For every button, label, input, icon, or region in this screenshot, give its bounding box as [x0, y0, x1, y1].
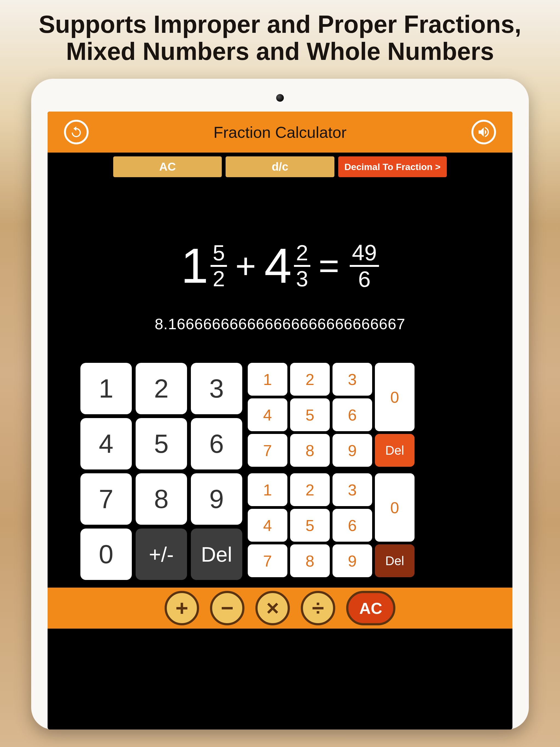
page-title: Fraction Calculator	[213, 123, 347, 141]
sound-icon[interactable]	[472, 120, 496, 145]
decimal-result: 8.166666666666666666666666667	[64, 315, 496, 333]
app-screen: Fraction Calculator AC d/c Decimal To Fr…	[48, 111, 512, 729]
den-key-9[interactable]: 9	[332, 544, 372, 577]
op-ac[interactable]: AC	[346, 591, 396, 625]
num-key-4[interactable]: 4	[248, 398, 287, 431]
num-key-8[interactable]: 8	[290, 434, 330, 467]
num-key-1[interactable]: 1	[248, 363, 287, 396]
den-key-2[interactable]: 2	[290, 473, 330, 506]
camera-dot	[276, 94, 284, 102]
num-key-5[interactable]: 5	[290, 398, 330, 431]
result-numerator: 49	[350, 241, 379, 267]
num-key-3[interactable]: 3	[332, 363, 372, 396]
num-key-9[interactable]: 9	[332, 434, 372, 467]
op-minus[interactable]: −	[210, 591, 245, 625]
key-del[interactable]: Del	[191, 529, 242, 580]
promo-headline: Supports Improper and Proper Fractions, …	[0, 0, 560, 73]
den-key-6[interactable]: 6	[332, 509, 372, 542]
tab-ac[interactable]: AC	[113, 156, 222, 177]
num-key-2[interactable]: 2	[290, 363, 330, 396]
keypad-area: 1 2 3 4 5 6 7 8 9 0 +/- Del 1 2 3 0 4	[48, 344, 512, 588]
num-key-7[interactable]: 7	[248, 434, 287, 467]
den-key-4[interactable]: 4	[248, 509, 287, 542]
key-1[interactable]: 1	[80, 363, 132, 414]
tab-decimal-to-fraction[interactable]: Decimal To Fraction >	[338, 156, 447, 177]
tab-dc[interactable]: d/c	[226, 156, 334, 177]
term2-fraction: 2 3	[294, 242, 311, 290]
term1-numerator: 5	[210, 242, 227, 267]
op-plus[interactable]: +	[164, 591, 199, 625]
key-0[interactable]: 0	[80, 529, 132, 580]
key-9[interactable]: 9	[191, 473, 242, 525]
term-2: 4 2 3	[264, 241, 310, 290]
operator-bar: + − × ÷ AC	[48, 588, 512, 628]
term2-whole: 4	[264, 241, 291, 290]
equation: 1 5 2 + 4 2 3 = 49 6	[64, 241, 496, 290]
undo-icon[interactable]	[64, 120, 88, 145]
den-key-7[interactable]: 7	[248, 544, 287, 577]
tab-row: AC d/c Decimal To Fraction >	[48, 153, 512, 181]
den-key-8[interactable]: 8	[290, 544, 330, 577]
display-area: 1 5 2 + 4 2 3 = 49 6	[48, 181, 512, 344]
main-keypad: 1 2 3 4 5 6 7 8 9 0 +/- Del	[80, 363, 242, 580]
term-1: 1 5 2	[181, 241, 227, 290]
term1-fraction: 5 2	[210, 242, 227, 290]
equals-sign: =	[319, 245, 339, 286]
key-7[interactable]: 7	[80, 473, 132, 525]
key-sign[interactable]: +/-	[136, 529, 187, 580]
den-key-5[interactable]: 5	[290, 509, 330, 542]
key-4[interactable]: 4	[80, 418, 132, 469]
term1-whole: 1	[181, 241, 208, 290]
num-key-del[interactable]: Del	[375, 434, 414, 467]
key-8[interactable]: 8	[136, 473, 187, 525]
result-fraction: 49 6	[350, 241, 379, 290]
key-6[interactable]: 6	[191, 418, 242, 469]
key-3[interactable]: 3	[191, 363, 242, 414]
den-key-3[interactable]: 3	[332, 473, 372, 506]
key-2[interactable]: 2	[136, 363, 187, 414]
term2-denominator: 3	[294, 267, 311, 290]
numerator-keypad: 1 2 3 0 4 5 6 7 8 9 Del	[248, 363, 414, 467]
num-key-6[interactable]: 6	[332, 398, 372, 431]
op-multiply[interactable]: ×	[255, 591, 290, 625]
result-denominator: 6	[356, 267, 373, 290]
tablet-frame: Fraction Calculator AC d/c Decimal To Fr…	[31, 79, 529, 729]
term2-numerator: 2	[294, 242, 311, 267]
den-key-del[interactable]: Del	[375, 544, 414, 577]
term1-denominator: 2	[210, 267, 227, 290]
key-5[interactable]: 5	[136, 418, 187, 469]
topbar: Fraction Calculator	[48, 111, 512, 153]
den-key-0[interactable]: 0	[375, 473, 414, 542]
num-key-0[interactable]: 0	[375, 363, 414, 431]
op-divide[interactable]: ÷	[301, 591, 335, 625]
den-key-1[interactable]: 1	[248, 473, 287, 506]
denominator-keypad: 1 2 3 0 4 5 6 7 8 9 Del	[248, 473, 414, 577]
fraction-keypads: 1 2 3 0 4 5 6 7 8 9 Del 1 2 3 0	[248, 363, 414, 580]
operator: +	[235, 245, 256, 286]
